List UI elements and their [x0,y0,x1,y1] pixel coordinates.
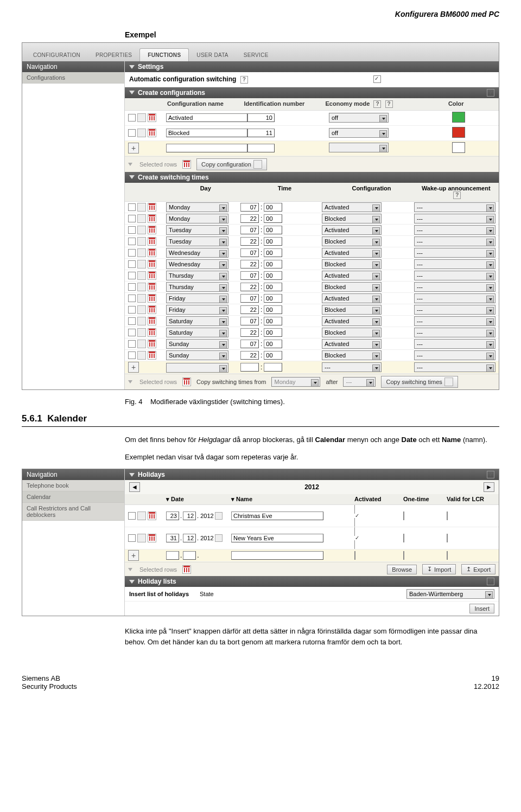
tab-service[interactable]: SERVICE [236,49,276,61]
config-name-input[interactable] [166,129,247,137]
trash-icon[interactable] [148,283,156,291]
copy-from-day-select[interactable]: Monday [271,377,320,387]
month-input[interactable] [183,551,196,560]
wakeup-select[interactable]: --- [414,339,495,349]
trash-icon[interactable] [148,351,156,360]
copy-icon[interactable] [137,328,146,337]
day-select[interactable]: Thursday [166,282,228,292]
day-select[interactable]: Monday [166,214,228,223]
cfg-select[interactable]: Activated [322,316,382,326]
copy-icon[interactable] [137,534,146,542]
minute-input[interactable] [264,260,282,268]
auto-switch-checkbox[interactable] [373,75,381,83]
wakeup-select[interactable]: --- [414,282,495,292]
day-input[interactable] [166,512,179,520]
wakeup-select[interactable]: --- [414,316,495,326]
hour-input[interactable] [240,237,259,246]
onetime-checkbox[interactable] [403,534,404,542]
tab-user-data[interactable]: USER DATA [189,49,236,61]
row-checkbox[interactable] [128,306,136,314]
economy-select[interactable] [329,143,389,152]
day-select[interactable]: Friday [166,293,228,303]
activated-checkbox[interactable] [354,551,355,560]
hour-input[interactable] [240,340,259,348]
trash-icon[interactable] [148,237,156,246]
wakeup-select[interactable]: --- [414,362,495,372]
wakeup-select[interactable]: --- [414,328,495,337]
hour-input[interactable] [240,283,259,291]
config-id-input[interactable] [247,129,275,137]
activated-checkbox[interactable] [354,505,403,527]
copy-icon[interactable] [137,113,146,122]
tab-configuration[interactable]: CONFIGURATION [26,49,88,61]
trash-icon[interactable] [148,512,156,520]
row-checkbox[interactable] [128,260,136,268]
copy-icon[interactable] [137,129,146,137]
trash-icon[interactable] [182,160,191,169]
trash-icon[interactable] [148,328,156,337]
after-select[interactable]: --- [343,377,376,387]
config-name-input[interactable] [166,144,247,152]
day-select[interactable]: Friday [166,305,228,315]
day-select[interactable]: Sunday [166,350,228,360]
import-button[interactable]: ↧ Import [422,564,456,574]
row-checkbox[interactable] [128,512,136,520]
minute-input[interactable] [264,351,282,360]
export-button[interactable]: ↥ Export [461,564,495,574]
wakeup-select[interactable]: --- [414,271,495,280]
help-icon[interactable]: ? [373,100,381,108]
lcr-checkbox[interactable] [447,512,448,520]
hour-input[interactable] [240,294,259,303]
month-input[interactable] [183,512,196,520]
cfg-select[interactable]: Activated [322,293,382,303]
row-checkbox[interactable] [128,114,136,122]
col-date[interactable]: Date [171,496,184,502]
cfg-select[interactable]: Blocked [322,305,382,315]
copy-icon[interactable] [137,305,146,314]
year-next-button[interactable]: ► [484,482,494,492]
color-swatch[interactable] [452,142,465,153]
tab-properties[interactable]: PROPERTIES [88,49,139,61]
panel-create-configurations[interactable]: Create configurations? [125,87,499,98]
hour-input[interactable] [240,248,259,257]
copy-icon[interactable] [137,237,146,246]
copy-icon[interactable] [137,283,146,291]
col-name[interactable]: Name [236,496,252,502]
copy-icon[interactable] [137,203,146,212]
copy-icon[interactable] [137,294,146,303]
day-select[interactable]: Sunday [166,339,228,349]
day-select[interactable] [166,363,228,373]
cfg-select[interactable]: Activated [322,248,382,258]
hour-input[interactable] [240,317,259,325]
insert-button[interactable]: Insert [469,604,494,613]
wakeup-select[interactable]: --- [414,350,495,360]
hour-input[interactable] [240,226,259,234]
minute-input[interactable] [264,271,282,280]
panel-settings[interactable]: Settings [125,61,499,72]
trash-icon[interactable] [148,129,156,137]
sidebar-item-telephone-book[interactable]: Telephone book [22,480,124,491]
wakeup-select[interactable]: --- [414,236,495,246]
trash-icon[interactable] [148,317,156,325]
holiday-name-input[interactable] [231,534,323,542]
cfg-select[interactable]: Activated [322,339,382,349]
row-checkbox[interactable] [128,340,136,348]
panel-holiday-lists[interactable]: Holiday lists? [125,576,499,587]
minute-input[interactable] [264,214,282,223]
calendar-icon[interactable] [215,512,223,520]
help-icon[interactable]: ? [487,578,494,585]
onetime-checkbox[interactable] [403,512,404,520]
sidebar-item-calendar[interactable]: Calendar [22,491,124,503]
sidebar-item-call-restrictors[interactable]: Call Restrictors and Call deblockers [22,503,124,521]
economy-select[interactable]: off [329,113,389,123]
sidebar-item-configurations[interactable]: Configurations [22,72,124,84]
trash-icon[interactable] [148,294,156,303]
help-icon[interactable]: ? [453,191,461,199]
row-checkbox[interactable] [128,295,136,302]
day-input[interactable] [166,551,179,560]
copy-icon[interactable] [137,512,146,520]
row-checkbox[interactable] [128,272,136,279]
day-select[interactable]: Wednesday [166,248,228,258]
trash-icon[interactable] [182,378,191,386]
minute-input[interactable] [264,283,282,291]
